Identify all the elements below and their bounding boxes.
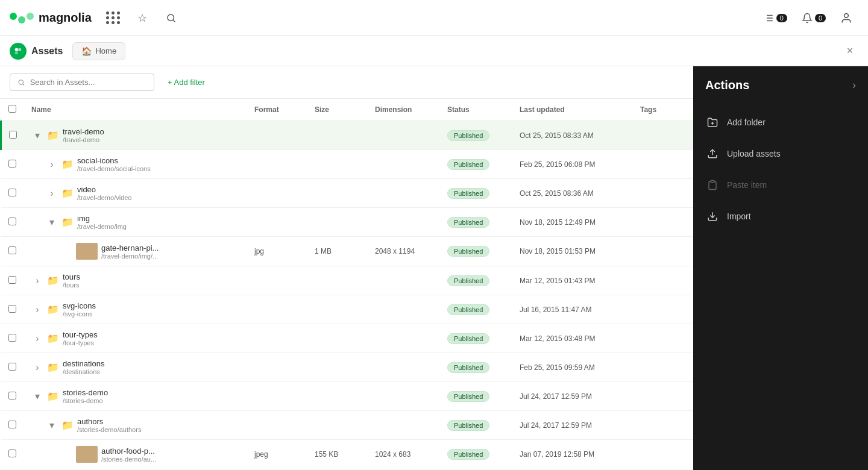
name-info: stories-demo /stories-demo <box>63 388 108 404</box>
home-tab[interactable]: 🏠 Home <box>72 42 125 60</box>
table-row[interactable]: › 📁 tour-types /tour-types Published Mar… <box>1 324 694 353</box>
table-row[interactable]: › 📁 tours /tours Published Mar 12, 2015 … <box>1 266 694 295</box>
row-checkbox-cell[interactable] <box>1 150 25 179</box>
status-badge: Published <box>447 159 489 170</box>
row-checkbox[interactable] <box>8 450 16 457</box>
status-badge: Published <box>447 304 489 315</box>
item-name: social-icons <box>77 156 151 165</box>
row-checkbox[interactable] <box>8 421 16 428</box>
row-checkbox[interactable] <box>8 276 16 284</box>
action-label-upload-assets: Upload assets <box>727 149 781 158</box>
expand-icon[interactable]: › <box>31 275 43 287</box>
folder-icon: 📁 <box>47 275 59 286</box>
expand-icon[interactable]: › <box>31 333 43 345</box>
table-row[interactable]: ▾ 📁 img /travel-demo/img Published Nov 1… <box>1 208 694 237</box>
row-checkbox[interactable] <box>8 363 16 371</box>
status-badge: Published <box>447 246 489 257</box>
row-checkbox-cell[interactable] <box>1 266 25 295</box>
table-row[interactable]: gate-hernan-pi... /travel-demo/img/... j… <box>1 237 694 266</box>
col-tags-cell <box>633 121 693 150</box>
row-checkbox-cell[interactable] <box>1 440 25 469</box>
table-row[interactable]: ▾ 📁 authors /stories-demo/authors Publis… <box>1 411 694 440</box>
row-checkbox-cell[interactable] <box>1 208 25 237</box>
item-name: tour-types <box>63 330 98 339</box>
item-path: /travel-demo/social-icons <box>77 165 151 172</box>
col-updated-cell: Jul 24, 2017 12:59 PM <box>512 411 633 440</box>
row-checkbox-cell[interactable] <box>1 411 25 440</box>
row-checkbox[interactable] <box>9 131 17 139</box>
row-checkbox[interactable] <box>8 246 16 254</box>
expand-icon[interactable]: › <box>31 304 43 316</box>
table-row[interactable]: › 📁 social-icons /travel-demo/social-ico… <box>1 150 694 179</box>
row-checkbox-cell[interactable] <box>1 121 25 150</box>
expand-icon[interactable]: › <box>46 187 58 199</box>
row-checkbox[interactable] <box>8 392 16 400</box>
row-checkbox-cell[interactable] <box>1 324 25 353</box>
svg-point-9 <box>15 48 18 51</box>
row-checkbox-cell[interactable] <box>1 295 25 324</box>
actions-collapse-icon[interactable]: › <box>852 79 856 92</box>
action-list: Add folder Upload assets Paste item Impo… <box>693 102 868 237</box>
action-add-folder[interactable]: Add folder <box>693 107 868 138</box>
expand-icon[interactable]: ▾ <box>31 130 43 142</box>
action-icon-import <box>705 209 720 224</box>
row-checkbox[interactable] <box>8 189 16 196</box>
close-button[interactable]: × <box>841 43 858 60</box>
row-checkbox[interactable] <box>8 334 16 342</box>
col-status-cell: Published <box>440 179 512 208</box>
name-info: author-food-p... /stories-demo/au... <box>101 446 156 463</box>
col-size-cell: 1 MB <box>307 237 368 266</box>
col-status-cell: Published <box>440 237 512 266</box>
action-upload-assets[interactable]: Upload assets <box>693 138 868 169</box>
row-checkbox[interactable] <box>8 218 16 225</box>
item-name: stories-demo <box>63 388 108 397</box>
col-updated-cell: Oct 25, 2015 08:33 AM <box>512 121 633 150</box>
search-icon[interactable] <box>159 6 183 30</box>
search-input[interactable] <box>30 78 146 87</box>
name-cell: › 📁 tour-types /tour-types <box>31 330 240 346</box>
col-header-updated: Last updated <box>512 99 633 121</box>
col-updated-cell: Jan 07, 2019 12:58 PM <box>512 440 633 469</box>
home-tab-icon: 🏠 <box>81 46 92 56</box>
col-dimension-cell <box>368 121 440 150</box>
header-checkbox[interactable] <box>1 99 25 121</box>
logo-text: magnolia <box>39 11 92 25</box>
col-updated-cell: Nov 18, 2015 12:49 PM <box>512 208 633 237</box>
notifications-badge[interactable]: 0 <box>796 9 832 27</box>
expand-icon[interactable]: ▾ <box>31 390 43 403</box>
col-dimension-cell: 2048 x 1194 <box>368 237 440 266</box>
col-dimension-cell <box>368 150 440 179</box>
user-icon[interactable] <box>834 8 858 28</box>
col-format-cell <box>247 324 307 353</box>
row-checkbox-cell[interactable] <box>1 353 25 382</box>
favorites-icon[interactable]: ☆ <box>130 6 154 30</box>
row-checkbox-cell[interactable] <box>1 179 25 208</box>
col-updated-cell: Mar 12, 2015 03:48 PM <box>512 324 633 353</box>
row-checkbox[interactable] <box>8 160 16 168</box>
table-row[interactable]: ▾ 📁 travel-demo /travel-demo Published O… <box>1 121 694 150</box>
table-row[interactable]: › 📁 svg-icons /svg-icons Published Jul 1… <box>1 295 694 324</box>
col-status-cell: Published <box>440 382 512 411</box>
grid-menu-icon[interactable] <box>101 6 125 30</box>
row-checkbox-cell[interactable] <box>1 382 25 411</box>
table-row[interactable]: › 📁 video /travel-demo/video Published O… <box>1 179 694 208</box>
table-row[interactable]: › 📁 destinations /destinations Published… <box>1 353 694 382</box>
col-tags-cell <box>633 150 693 179</box>
item-name: gate-hernan-pi... <box>101 243 159 252</box>
expand-icon[interactable]: ▾ <box>46 419 58 431</box>
tasks-badge[interactable]: 0 <box>757 9 793 27</box>
col-dimension-cell <box>368 208 440 237</box>
expand-icon[interactable]: › <box>31 362 43 374</box>
status-badge: Published <box>447 275 489 286</box>
search-box[interactable] <box>10 74 154 91</box>
row-checkbox[interactable] <box>8 305 16 313</box>
action-import[interactable]: Import <box>693 201 868 232</box>
top-nav: magnolia ☆ 0 0 <box>0 0 868 36</box>
table-row[interactable]: author-food-p... /stories-demo/au... jpe… <box>1 440 694 469</box>
expand-icon[interactable]: ▾ <box>46 216 58 228</box>
row-checkbox-cell[interactable] <box>1 237 25 266</box>
table-row[interactable]: ▾ 📁 stories-demo /stories-demo Published… <box>1 382 694 411</box>
expand-icon[interactable]: › <box>46 158 58 171</box>
add-filter-button[interactable]: + Add filter <box>162 74 211 90</box>
item-path: /stories-demo/au... <box>101 456 156 463</box>
